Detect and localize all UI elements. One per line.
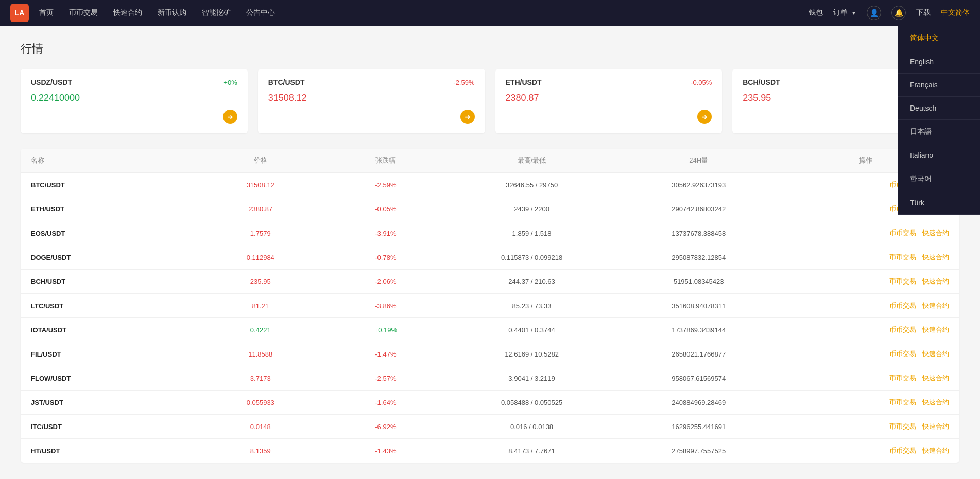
cell-actions: 币币交易 快速合约 [782, 325, 949, 334]
trade-link[interactable]: 币币交易 [889, 253, 916, 262]
ticker-card-footer: ➜ [268, 110, 475, 124]
contract-link[interactable]: 快速合约 [922, 325, 949, 334]
cell-highlow: 3.9041 / 3.2119 [448, 375, 615, 382]
logo[interactable]: LA [10, 4, 29, 22]
ticker-arrow-button[interactable]: ➜ [223, 110, 237, 124]
trade-link[interactable]: 币币交易 [889, 398, 916, 407]
trade-link[interactable]: 币币交易 [889, 349, 916, 359]
trade-link[interactable]: 币币交易 [889, 325, 916, 334]
cell-symbol: FIL/USDT [31, 350, 198, 358]
contract-link[interactable]: 快速合约 [922, 374, 949, 383]
cell-symbol: ITC/USDT [31, 423, 198, 431]
ticker-symbol: ETH/USDT [506, 78, 542, 86]
nav-mining[interactable]: 智能挖矿 [202, 8, 231, 17]
lang-option-de[interactable]: Deutsch [898, 97, 980, 120]
lang-option-tr[interactable]: Türk [898, 191, 980, 215]
cell-volume: 13737678.388458 [615, 229, 782, 237]
ticker-card-header: BTC/USDT -2.59% [268, 78, 475, 86]
lang-option-ko[interactable]: 한국어 [898, 167, 980, 191]
header-right: 钱包 订单 ▼ 👤 🔔 下载 中文简体 [809, 6, 970, 20]
ticker-arrow-button[interactable]: ➜ [460, 110, 475, 124]
nav-quick-contract[interactable]: 快速合约 [113, 8, 142, 17]
ticker-symbol: BTC/USDT [268, 78, 305, 86]
lang-option-fr[interactable]: Français [898, 74, 980, 97]
cell-volume: 2658021.1766877 [615, 350, 782, 358]
cell-price: 3.7173 [198, 375, 323, 382]
cell-symbol: DOGE/USDT [31, 254, 198, 261]
main-nav: 首页 币币交易 快速合约 新币认购 智能挖矿 公告中心 [39, 8, 809, 17]
nav-new-coin[interactable]: 新币认购 [158, 8, 186, 17]
ticker-card-eth: ETH/USDT -0.05% 2380.87 ➜ [495, 69, 723, 133]
cell-highlow: 244.37 / 210.63 [448, 278, 615, 286]
ticker-cards: USDZ/USDT +0% 0.22410000 ➜ BTC/USDT -2.5… [21, 69, 959, 133]
ticker-card-header: ETH/USDT -0.05% [506, 78, 712, 86]
table-row: DOGE/USDT 0.112984 -0.78% 0.115873 / 0.0… [21, 245, 959, 270]
cell-symbol: IOTA/USDT [31, 326, 198, 334]
cell-volume: 1737869.3439144 [615, 326, 782, 334]
cell-change: -1.64% [323, 399, 448, 406]
cell-price: 31508.12 [198, 181, 323, 189]
cell-price: 0.0148 [198, 423, 323, 431]
table-row: BCH/USDT 235.95 -2.06% 244.37 / 210.63 5… [21, 270, 959, 294]
contract-link[interactable]: 快速合约 [922, 349, 949, 359]
language-button[interactable]: 中文简体 [941, 8, 970, 17]
col-header-price: 价格 [198, 156, 323, 165]
contract-link[interactable]: 快速合约 [922, 398, 949, 407]
contract-link[interactable]: 快速合约 [922, 228, 949, 238]
contract-link[interactable]: 快速合约 [922, 277, 949, 286]
cell-change: -0.05% [323, 205, 448, 213]
nav-home[interactable]: 首页 [39, 8, 54, 17]
cell-price: 0.112984 [198, 254, 323, 261]
cell-change: -3.91% [323, 229, 448, 237]
trade-link[interactable]: 币币交易 [889, 228, 916, 238]
contract-link[interactable]: 快速合约 [922, 422, 949, 431]
cell-change: -2.59% [323, 181, 448, 189]
table-row: ITC/USDT 0.0148 -6.92% 0.016 / 0.0138 16… [21, 415, 959, 439]
lang-option-ja[interactable]: 日本語 [898, 120, 980, 144]
col-header-name: 名称 [31, 156, 198, 165]
trade-link[interactable]: 币币交易 [889, 301, 916, 310]
trade-link[interactable]: 币币交易 [889, 277, 916, 286]
ticker-arrow-button[interactable]: ➜ [697, 110, 712, 124]
col-header-volume: 24H量 [615, 156, 782, 165]
orders-button[interactable]: 订单 ▼ [833, 8, 856, 17]
language-dropdown: 简体中文 English Français Deutsch 日本語 Italia… [898, 26, 980, 215]
notification-icon[interactable]: 🔔 [891, 6, 906, 20]
lang-option-zh[interactable]: 简体中文 [898, 26, 980, 50]
cell-change: +0.19% [323, 326, 448, 334]
table-row: BTC/USDT 31508.12 -2.59% 32646.55 / 2975… [21, 173, 959, 197]
trade-link[interactable]: 币币交易 [889, 422, 916, 431]
cell-price: 1.7579 [198, 229, 323, 237]
cell-highlow: 8.4173 / 7.7671 [448, 447, 615, 455]
cell-highlow: 85.23 / 73.33 [448, 302, 615, 310]
cell-change: -2.57% [323, 375, 448, 382]
col-header-change: 张跌幅 [323, 156, 448, 165]
cell-change: -3.86% [323, 302, 448, 310]
main-content: 行情 USDZ/USDT +0% 0.22410000 ➜ BTC/USDT -… [0, 26, 980, 479]
download-button[interactable]: 下载 [916, 8, 931, 17]
contract-link[interactable]: 快速合约 [922, 253, 949, 262]
ticker-card-btc: BTC/USDT -2.59% 31508.12 ➜ [258, 69, 485, 133]
contract-link[interactable]: 快速合约 [922, 446, 949, 455]
cell-actions: 币币交易 快速合约 [782, 422, 949, 431]
nav-trade[interactable]: 币币交易 [69, 8, 98, 17]
cell-change: -1.47% [323, 350, 448, 358]
ticker-card-footer: ➜ [506, 110, 712, 124]
cell-price: 11.8588 [198, 350, 323, 358]
table-body: BTC/USDT 31508.12 -2.59% 32646.55 / 2975… [21, 173, 959, 463]
trade-link[interactable]: 币币交易 [889, 446, 916, 455]
lang-option-en[interactable]: English [898, 50, 980, 74]
cell-change: -0.78% [323, 254, 448, 261]
user-icon[interactable]: 👤 [867, 6, 881, 20]
wallet-button[interactable]: 钱包 [809, 8, 823, 17]
contract-link[interactable]: 快速合约 [922, 301, 949, 310]
cell-change: -1.43% [323, 447, 448, 455]
table-row: ETH/USDT 2380.87 -0.05% 2439 / 2200 2907… [21, 197, 959, 221]
nav-announcement[interactable]: 公告中心 [246, 8, 275, 17]
table-row: EOS/USDT 1.7579 -3.91% 1.859 / 1.518 137… [21, 221, 959, 245]
cell-volume: 16296255.441691 [615, 423, 782, 431]
cell-highlow: 0.058488 / 0.050525 [448, 399, 615, 406]
cell-price: 81.21 [198, 302, 323, 310]
lang-option-it[interactable]: Italiano [898, 144, 980, 167]
trade-link[interactable]: 币币交易 [889, 374, 916, 383]
